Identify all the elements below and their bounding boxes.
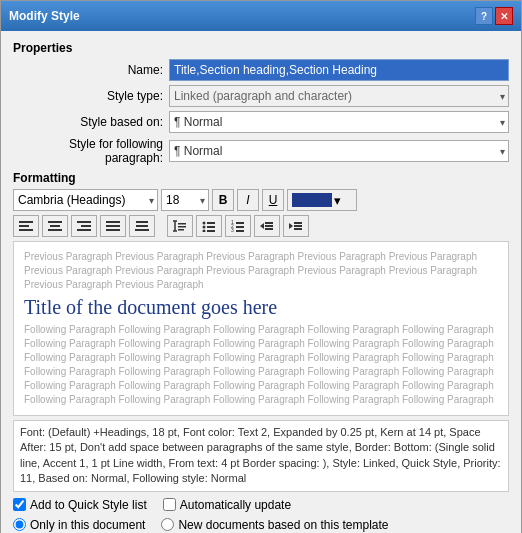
- font-color-button[interactable]: ▾: [287, 189, 357, 211]
- bullets-icon: [202, 220, 216, 232]
- preview-following-paragraph: Following Paragraph Following Paragraph …: [24, 323, 498, 407]
- svg-point-18: [203, 222, 206, 225]
- italic-button[interactable]: I: [237, 189, 259, 211]
- svg-rect-9: [106, 221, 120, 223]
- align-left-icon: [19, 220, 33, 232]
- formatting-label: Formatting: [13, 171, 509, 185]
- style-following-wrapper: ¶ Normal: [169, 140, 509, 162]
- modify-style-dialog: Modify Style ? ✕ Properties Name: Style …: [0, 0, 522, 533]
- preview-title: Title of the document goes here: [24, 296, 498, 319]
- svg-rect-21: [207, 226, 215, 228]
- underline-button[interactable]: U: [262, 189, 284, 211]
- line-spacing-button[interactable]: [167, 215, 193, 237]
- svg-rect-1: [19, 225, 29, 227]
- svg-rect-7: [81, 225, 91, 227]
- title-bar: Modify Style ? ✕: [1, 1, 521, 31]
- svg-rect-15: [178, 223, 186, 225]
- svg-rect-27: [236, 226, 244, 228]
- svg-rect-25: [236, 222, 244, 224]
- distributed-icon: [135, 220, 149, 232]
- new-docs-label[interactable]: New documents based on this template: [161, 518, 388, 532]
- svg-rect-32: [265, 228, 273, 230]
- name-input[interactable]: [169, 59, 509, 81]
- increase-indent-icon: [289, 220, 303, 232]
- svg-rect-10: [106, 225, 120, 227]
- size-select-wrapper: 18: [161, 189, 209, 211]
- bold-button[interactable]: B: [212, 189, 234, 211]
- svg-rect-12: [136, 221, 148, 223]
- justify-button[interactable]: [100, 215, 126, 237]
- align-right-button[interactable]: [71, 215, 97, 237]
- distributed-button[interactable]: [129, 215, 155, 237]
- svg-rect-16: [178, 226, 186, 228]
- name-label: Name:: [13, 63, 163, 77]
- svg-rect-14: [135, 229, 149, 231]
- auto-update-text: Automatically update: [180, 498, 291, 512]
- decrease-indent-button[interactable]: [254, 215, 280, 237]
- svg-rect-2: [19, 229, 33, 231]
- svg-rect-30: [265, 222, 273, 224]
- line-spacing-icon: [173, 220, 187, 232]
- close-button[interactable]: ✕: [495, 7, 513, 25]
- only-doc-label[interactable]: Only in this document: [13, 518, 145, 532]
- style-based-row: Style based on: ¶ Normal: [13, 111, 509, 133]
- svg-rect-33: [294, 222, 302, 224]
- svg-rect-17: [178, 229, 184, 231]
- color-swatch: [292, 193, 332, 207]
- style-following-label: Style for following paragraph:: [13, 137, 163, 165]
- add-quick-style-label[interactable]: Add to Quick Style list: [13, 498, 147, 512]
- numbering-button[interactable]: 1 2 3: [225, 215, 251, 237]
- svg-rect-35: [294, 228, 302, 230]
- style-based-select[interactable]: ¶ Normal: [169, 111, 509, 133]
- style-type-select[interactable]: Linked (paragraph and character): [169, 85, 509, 107]
- increase-indent-button[interactable]: [283, 215, 309, 237]
- font-select-wrapper: Cambria (Headings): [13, 189, 158, 211]
- style-type-row: Style type: Linked (paragraph and charac…: [13, 85, 509, 107]
- help-button[interactable]: ?: [475, 7, 493, 25]
- svg-text:3: 3: [231, 227, 234, 232]
- svg-rect-4: [50, 225, 60, 227]
- auto-update-label[interactable]: Automatically update: [163, 498, 291, 512]
- bullets-button[interactable]: [196, 215, 222, 237]
- style-type-label: Style type:: [13, 89, 163, 103]
- svg-rect-23: [207, 230, 215, 232]
- size-select[interactable]: 18: [161, 189, 209, 211]
- svg-rect-34: [294, 225, 302, 227]
- svg-rect-3: [48, 221, 62, 223]
- style-based-wrapper: ¶ Normal: [169, 111, 509, 133]
- svg-point-22: [203, 230, 206, 233]
- formatting-section: Formatting Cambria (Headings) 18 B I: [13, 171, 509, 492]
- svg-rect-5: [48, 229, 62, 231]
- align-left-button[interactable]: [13, 215, 39, 237]
- title-bar-controls: ? ✕: [475, 7, 513, 25]
- svg-rect-6: [77, 221, 91, 223]
- style-following-select[interactable]: ¶ Normal: [169, 140, 509, 162]
- font-select[interactable]: Cambria (Headings): [13, 189, 158, 211]
- style-following-row: Style for following paragraph: ¶ Normal: [13, 137, 509, 165]
- only-doc-text: Only in this document: [30, 518, 145, 532]
- svg-rect-19: [207, 222, 215, 224]
- numbering-icon: 1 2 3: [231, 220, 245, 232]
- align-right-icon: [77, 220, 91, 232]
- style-based-label: Style based on:: [13, 115, 163, 129]
- new-docs-radio[interactable]: [161, 518, 174, 531]
- svg-rect-29: [236, 230, 244, 232]
- add-quick-style-text: Add to Quick Style list: [30, 498, 147, 512]
- auto-update-checkbox[interactable]: [163, 498, 176, 511]
- properties-section: Properties Name: Style type: Linked (par…: [13, 41, 509, 165]
- new-docs-text: New documents based on this template: [178, 518, 388, 532]
- add-quick-style-checkbox[interactable]: [13, 498, 26, 511]
- only-doc-radio[interactable]: [13, 518, 26, 531]
- alignment-toolbar-row: 1 2 3: [13, 215, 509, 237]
- align-center-button[interactable]: [42, 215, 68, 237]
- style-description: Font: (Default) +Headings, 18 pt, Font c…: [13, 420, 509, 492]
- font-toolbar-row: Cambria (Headings) 18 B I U ▾: [13, 189, 509, 211]
- svg-rect-13: [136, 225, 148, 227]
- style-type-wrapper: Linked (paragraph and character): [169, 85, 509, 107]
- svg-rect-11: [106, 229, 120, 231]
- decrease-indent-icon: [260, 220, 274, 232]
- preview-box: Previous Paragraph Previous Paragraph Pr…: [13, 241, 509, 416]
- align-center-icon: [48, 220, 62, 232]
- dialog-body: Properties Name: Style type: Linked (par…: [1, 31, 521, 533]
- preview-previous-paragraph: Previous Paragraph Previous Paragraph Pr…: [24, 250, 498, 292]
